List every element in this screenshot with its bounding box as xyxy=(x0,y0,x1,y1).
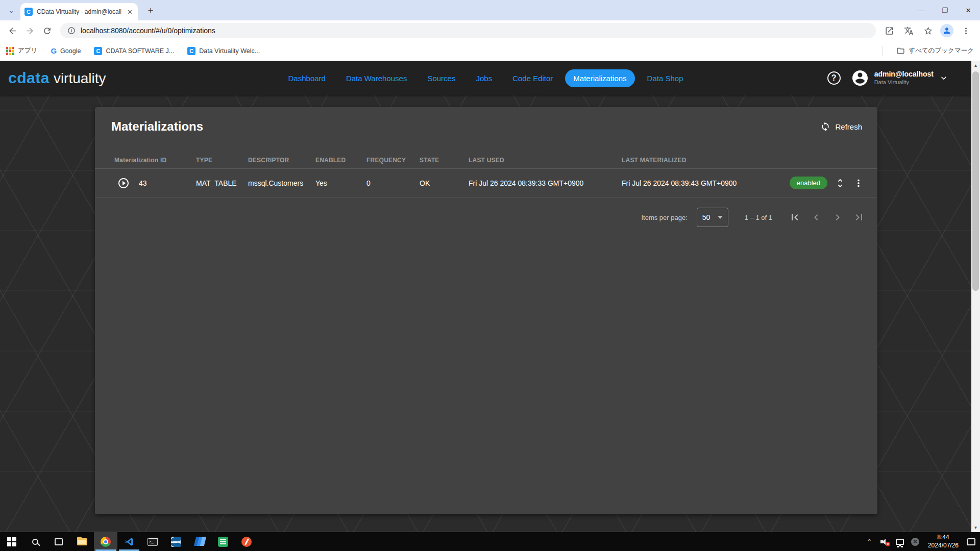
cell-last-materialized: Fri Jul 26 2024 08:39:43 GMT+0900 xyxy=(622,179,778,187)
more-vert-icon[interactable] xyxy=(853,178,864,189)
nav-jobs[interactable]: Jobs xyxy=(468,69,500,87)
items-per-page-select[interactable]: 50 xyxy=(697,208,728,227)
maximize-icon[interactable]: ❐ xyxy=(933,0,957,20)
help-icon[interactable]: ? xyxy=(827,71,841,85)
scroll-down-icon[interactable]: ▼ xyxy=(971,523,980,532)
nav-data-shop[interactable]: Data Shop xyxy=(639,69,692,87)
bookmark-data-virtuality[interactable]: C Data Virtuality Welc... xyxy=(187,47,260,55)
account-circle-icon xyxy=(851,69,869,87)
clock-time: 8:44 xyxy=(928,534,959,542)
close-icon[interactable]: ✕ xyxy=(957,0,980,20)
minimize-icon[interactable]: — xyxy=(910,0,933,20)
chevron-right-icon[interactable] xyxy=(831,211,844,223)
cdata-favicon-icon: C xyxy=(24,8,33,16)
unfold-more-icon[interactable] xyxy=(835,178,846,189)
tray-expand-icon[interactable]: ⌃ xyxy=(863,535,876,548)
back-icon[interactable] xyxy=(5,23,19,38)
tab-close-icon[interactable]: ✕ xyxy=(126,8,134,16)
col-type: TYPE xyxy=(196,157,248,164)
all-bookmarks-button[interactable]: すべてのブックマーク xyxy=(896,46,974,55)
app-viewport: cdata virtuality Dashboard Data Warehous… xyxy=(0,61,980,532)
status-badge[interactable]: enabled xyxy=(790,177,827,189)
app-logo[interactable]: cdata virtuality xyxy=(8,69,106,87)
chrome-icon[interactable] xyxy=(94,532,117,551)
network-icon[interactable] xyxy=(893,535,906,548)
bookmark-label: アプリ xyxy=(18,46,37,55)
page-scrollbar[interactable]: ▲ ▼ xyxy=(971,61,980,532)
notification-center-icon[interactable] xyxy=(965,535,978,548)
nav-sources[interactable]: Sources xyxy=(419,69,463,87)
address-bar[interactable]: localhost:8080/account/#/u/0/optimizatio… xyxy=(60,23,876,38)
star-icon[interactable] xyxy=(921,23,935,38)
user-name: admin@localhost xyxy=(874,70,934,79)
reload-icon[interactable] xyxy=(40,23,54,38)
divider xyxy=(95,197,877,197)
col-last-used: LAST USED xyxy=(469,157,622,164)
bookmark-apps[interactable]: アプリ xyxy=(6,46,37,55)
nav-materializations[interactable]: Materializations xyxy=(565,69,634,87)
bookmark-label: Data Virtuality Welc... xyxy=(199,47,260,55)
page-range-label: 1 – 1 of 1 xyxy=(745,214,772,221)
refresh-button[interactable]: Refresh xyxy=(820,121,862,132)
col-descriptor: DESCRIPTOR xyxy=(248,157,315,164)
profile-icon[interactable] xyxy=(940,24,953,37)
page-title: Materializations xyxy=(111,119,203,134)
task-view-icon[interactable] xyxy=(47,532,70,551)
scroll-up-icon[interactable]: ▲ xyxy=(971,61,980,70)
cell-last-used: Fri Jul 26 2024 08:39:33 GMT+0900 xyxy=(469,179,622,187)
volume-muted-icon[interactable]: ✕ xyxy=(878,535,891,548)
paginator: Items per page: 50 1 – 1 of 1 xyxy=(641,203,865,232)
layers-app-icon[interactable] xyxy=(188,532,211,551)
user-menu[interactable]: admin@localhost Data Virtuality xyxy=(851,69,949,87)
open-in-new-icon[interactable] xyxy=(882,23,896,38)
play-circle-icon[interactable] xyxy=(117,177,130,189)
kebab-menu-icon[interactable] xyxy=(959,23,973,38)
taskbar-clock[interactable]: 8:44 2024/07/26 xyxy=(924,534,963,549)
bookmark-google[interactable]: G Google xyxy=(51,46,81,55)
log-viewer-icon[interactable] xyxy=(211,532,235,551)
nav-data-warehouses[interactable]: Data Warehouses xyxy=(338,69,415,87)
cdata-icon: C xyxy=(187,47,195,55)
desktop-screen: ⌄ C CData Virtuality - admin@locall ✕ + … xyxy=(0,0,980,551)
new-tab-icon[interactable]: + xyxy=(145,5,156,16)
windows-start-icon[interactable] xyxy=(0,532,23,551)
header-right: ? admin@localhost Data Virtuality xyxy=(827,69,949,87)
col-last-materialized: LAST MATERIALIZED xyxy=(622,157,778,164)
main-nav: Dashboard Data Warehouses Sources Jobs C… xyxy=(280,69,692,87)
offline-status-icon[interactable]: ✕ xyxy=(909,535,922,548)
user-texts: admin@localhost Data Virtuality xyxy=(874,70,934,86)
materializations-card: Materializations Refresh Materialization… xyxy=(95,107,877,514)
bookmarks-divider xyxy=(883,46,883,56)
apps-grid-icon xyxy=(6,47,14,55)
table-row[interactable]: 43 MAT_TABLE mssql.Customers Yes 0 OK Fr… xyxy=(95,169,877,197)
chevron-left-icon[interactable] xyxy=(810,211,822,223)
nav-code-editor[interactable]: Code Editor xyxy=(504,69,561,87)
taskbar-search-icon[interactable] xyxy=(23,532,47,551)
chevron-down-icon[interactable] xyxy=(939,73,949,83)
items-per-page-label: Items per page: xyxy=(641,214,687,221)
bookmark-cdata-software[interactable]: C CDATA SOFTWARE J... xyxy=(94,47,174,55)
tab-search-icon[interactable]: ⌄ xyxy=(5,4,17,16)
cell-enabled: Yes xyxy=(315,179,366,187)
last-page-icon[interactable] xyxy=(853,211,865,223)
browser-tab[interactable]: C CData Virtuality - admin@locall ✕ xyxy=(20,3,138,20)
translate-icon[interactable] xyxy=(901,23,916,38)
info-icon[interactable] xyxy=(67,27,76,35)
cell-descriptor: mssql.Customers xyxy=(248,179,315,187)
terminal-icon[interactable]: >_ xyxy=(141,532,164,551)
url-text[interactable]: localhost:8080/account/#/u/0/optimizatio… xyxy=(81,27,215,35)
refresh-icon xyxy=(820,121,830,132)
bookmark-label: CDATA SOFTWARE J... xyxy=(106,47,174,55)
scrollbar-thumb[interactable] xyxy=(972,71,979,291)
first-page-icon[interactable] xyxy=(789,211,801,223)
nav-dashboard[interactable]: Dashboard xyxy=(280,69,334,87)
forward-icon[interactable] xyxy=(22,23,37,38)
col-frequency: FREQUENCY xyxy=(366,157,420,164)
paginator-nav xyxy=(789,211,865,223)
file-explorer-icon[interactable] xyxy=(70,532,94,551)
vscode-icon[interactable] xyxy=(117,532,141,551)
feather-app-icon[interactable] xyxy=(235,532,258,551)
database-tool-icon[interactable] xyxy=(164,532,188,551)
cell-frequency: 0 xyxy=(366,179,420,187)
table-header: Materialization ID TYPE DESCRIPTOR ENABL… xyxy=(95,152,877,168)
